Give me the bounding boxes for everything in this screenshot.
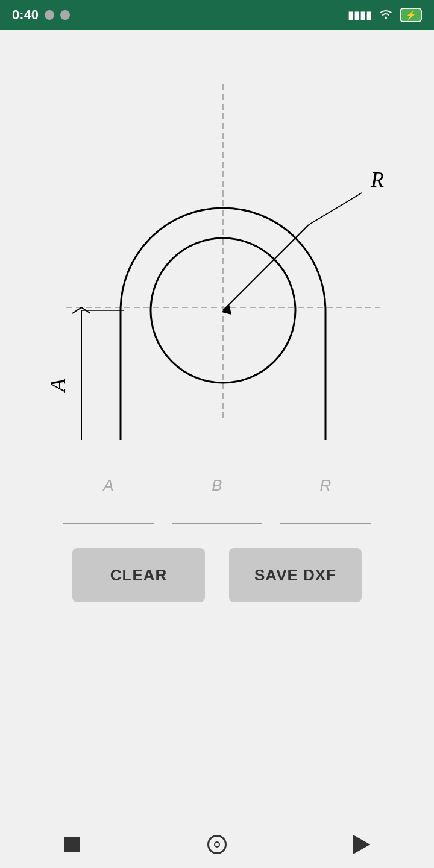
svg-text:R: R (370, 168, 384, 192)
status-left: 0:40 (12, 7, 70, 23)
nav-bar (0, 820, 434, 868)
clear-button[interactable]: CLEAR (72, 548, 205, 602)
label-b: B (212, 476, 222, 495)
status-right: ▮▮▮▮ ⚡ (348, 8, 422, 23)
home-button[interactable] (202, 829, 232, 860)
svg-text:A: A (46, 378, 70, 393)
svg-line-21 (223, 225, 309, 310)
status-bar: 0:40 ▮▮▮▮ ⚡ (0, 0, 434, 30)
label-r: R (320, 476, 332, 495)
input-section: A B R (63, 476, 371, 524)
button-section: CLEAR SAVE DXF (72, 548, 362, 602)
input-group-r: R (280, 476, 371, 524)
battery-icon: ⚡ (400, 8, 422, 22)
technical-drawing: A B R (36, 66, 398, 440)
input-r[interactable] (280, 497, 371, 524)
back-button[interactable] (347, 829, 377, 860)
stop-icon (64, 837, 80, 852)
label-a: A (103, 476, 113, 495)
wifi-icon (378, 8, 394, 23)
svg-line-23 (309, 193, 362, 225)
signal-icon: ▮▮▮▮ (348, 8, 372, 22)
input-a[interactable] (63, 497, 154, 524)
home-icon (207, 835, 227, 854)
back-icon (353, 835, 370, 854)
svg-line-6 (72, 307, 81, 313)
dot1 (45, 10, 54, 20)
stop-button[interactable] (57, 829, 87, 860)
time: 0:40 (12, 7, 39, 23)
dot2 (60, 10, 70, 20)
input-group-a: A (63, 476, 154, 524)
drawing-area: A B R (12, 66, 422, 440)
input-group-b: B (172, 476, 262, 524)
save-dxf-button[interactable]: SAVE DXF (229, 548, 362, 602)
home-icon-inner (214, 841, 220, 848)
main-content: A B R A (0, 30, 434, 820)
input-b[interactable] (172, 497, 262, 524)
svg-point-0 (385, 17, 387, 19)
